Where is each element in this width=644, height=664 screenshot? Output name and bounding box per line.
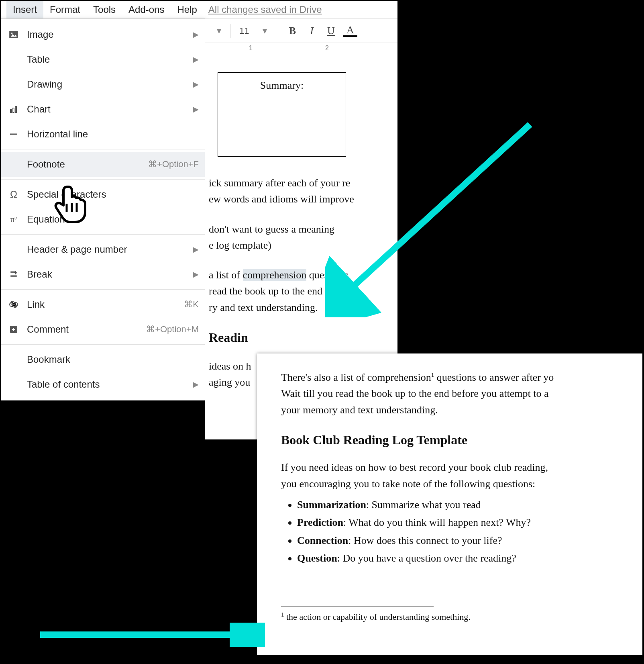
chevron-down-icon: ▾ <box>263 26 267 36</box>
link-icon <box>8 298 20 311</box>
svg-rect-4 <box>13 108 14 112</box>
underline-button[interactable]: U <box>324 25 338 37</box>
chart-icon <box>8 103 20 115</box>
dd-shortcut: ⌘+Option+F <box>148 159 199 170</box>
dd-chart[interactable]: Chart ▶ <box>1 97 205 122</box>
separator <box>1 289 205 290</box>
ruler-mark: 1 <box>249 45 253 52</box>
chevron-right-icon: ▶ <box>193 55 199 64</box>
dd-table[interactable]: Table ▶ <box>1 47 205 72</box>
body-text: If you need ideas on how to best record … <box>281 460 642 476</box>
menu-tools[interactable]: Tools <box>87 1 122 18</box>
footnote-text: 1 the action or capability of understand… <box>281 610 642 624</box>
font-size-value: 11 <box>239 26 249 36</box>
break-icon <box>8 268 20 280</box>
list-item: Prediction: What do you think will happe… <box>297 515 642 531</box>
dd-label: Table of contents <box>27 379 188 390</box>
dd-equation[interactable]: π² Equation <box>1 207 205 232</box>
dd-label: Link <box>27 299 184 310</box>
body-text: your memory and text understanding. <box>281 402 642 418</box>
dd-label: Special characters <box>27 189 199 200</box>
dd-label: Break <box>27 269 188 280</box>
dd-label: Table <box>27 54 188 65</box>
dd-label: Horizontal line <box>27 129 199 140</box>
dd-image[interactable]: Image ▶ <box>1 22 205 47</box>
separator <box>1 149 205 149</box>
dd-label: Comment <box>27 324 146 335</box>
svg-point-2 <box>11 33 12 34</box>
chevron-right-icon: ▶ <box>193 380 199 389</box>
bullet-list: Summarization: Summarize what you read P… <box>297 497 642 566</box>
document-page-inset[interactable]: There's also a list of comprehension1 qu… <box>257 353 642 655</box>
ruler-mark: 2 <box>325 45 329 52</box>
separator <box>230 24 230 38</box>
comment-icon <box>8 323 20 335</box>
list-item: Question: Do you have a question over th… <box>297 550 642 566</box>
svg-rect-3 <box>10 110 12 112</box>
separator <box>1 179 205 180</box>
body-text: don't want to guess a meaning <box>209 221 397 237</box>
insert-dropdown: Image ▶ Table ▶ Drawing ▶ Chart ▶ Horizo… <box>1 18 206 400</box>
section-heading: Book Club Reading Log Template <box>281 430 642 450</box>
dd-label: Header & page number <box>27 244 188 255</box>
annotation-arrow-2 <box>36 623 265 647</box>
chevron-right-icon: ▶ <box>193 270 199 279</box>
chevron-right-icon: ▶ <box>193 105 199 114</box>
font-size-field[interactable]: 11 ▾ <box>239 26 267 36</box>
menubar: Insert Format Tools Add-ons Help All cha… <box>1 1 397 18</box>
chevron-right-icon: ▶ <box>193 80 199 89</box>
dd-label: Footnote <box>27 159 148 170</box>
dd-header-page[interactable]: Header & page number ▶ <box>1 237 205 262</box>
menu-format[interactable]: Format <box>43 1 87 18</box>
body-text: ew words and idioms will improve <box>209 191 397 207</box>
dd-toc[interactable]: Table of contents ▶ <box>1 372 205 397</box>
dd-footnote[interactable]: Footnote ⌘+Option+F <box>1 152 205 177</box>
menu-insert[interactable]: Insert <box>6 1 43 18</box>
omega-icon: Ω <box>8 188 20 200</box>
dd-drawing[interactable]: Drawing ▶ <box>1 72 205 97</box>
chevron-right-icon: ▶ <box>193 30 199 39</box>
dd-label: Chart <box>27 104 188 115</box>
format-toolbar: ▾ 11 ▾ B I U A <box>205 18 397 43</box>
dd-break[interactable]: Break ▶ <box>1 262 205 287</box>
body-text: read the book up to the end befo <box>209 283 397 299</box>
body-text: Wait till you read the book up to the en… <box>281 386 642 402</box>
body-text: ick summary after each of your re <box>209 175 397 191</box>
image-icon <box>8 29 20 41</box>
dd-comment[interactable]: Comment ⌘+Option+M <box>1 317 205 342</box>
cell-title: Summary: <box>260 80 304 91</box>
heading-fragment: Readin <box>209 328 397 348</box>
list-item: Summarization: Summarize what you read <box>297 497 642 513</box>
footnote-separator <box>281 607 434 607</box>
body-text: e log template) <box>209 237 397 253</box>
dd-link[interactable]: Link ⌘K <box>1 292 205 317</box>
ruler[interactable]: 1 2 <box>205 43 397 55</box>
dd-shortcut: ⌘K <box>184 299 199 310</box>
menu-addons[interactable]: Add-ons <box>122 1 171 18</box>
dd-shortcut: ⌘+Option+M <box>146 324 199 335</box>
chevron-right-icon: ▶ <box>193 245 199 254</box>
separator <box>1 344 205 345</box>
dd-label: Bookmark <box>27 354 199 365</box>
dd-label: Drawing <box>27 79 188 90</box>
bold-button[interactable]: B <box>285 25 300 37</box>
list-item: Connection: How does this connect to you… <box>297 533 642 549</box>
dd-bookmark[interactable]: Bookmark <box>1 347 205 372</box>
dd-hline[interactable]: Horizontal line <box>1 122 205 147</box>
selected-text[interactable]: comprehension <box>243 269 307 281</box>
body-text: There's also a list of comprehension1 qu… <box>281 370 642 386</box>
hline-icon <box>8 128 20 140</box>
text-color-button[interactable]: A <box>343 25 357 37</box>
italic-button[interactable]: I <box>304 25 319 37</box>
svg-rect-0 <box>9 31 18 38</box>
body-text: you encouraging you to take note of the … <box>281 476 642 492</box>
svg-rect-5 <box>15 106 16 112</box>
table-cell-summary[interactable]: Summary: <box>218 72 346 157</box>
saved-status[interactable]: All changes saved in Drive <box>208 4 322 15</box>
separator <box>276 24 276 38</box>
separator <box>1 234 205 235</box>
dd-label: Equation <box>27 214 199 225</box>
font-dropdown[interactable]: ▾ <box>217 26 221 36</box>
dd-specialchars[interactable]: Ω Special characters <box>1 182 205 207</box>
menu-help[interactable]: Help <box>171 1 203 18</box>
